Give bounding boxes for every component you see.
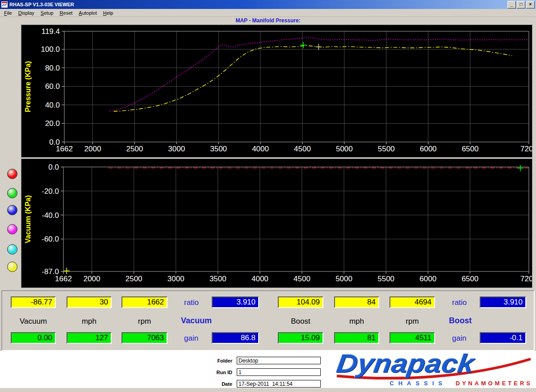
xtick-label: 2500 (126, 275, 142, 283)
channel-button-green[interactable] (7, 188, 17, 198)
xtick-label: 7200 (520, 275, 532, 283)
menu-item-file[interactable]: File (1, 9, 15, 17)
boost-ratio-box: 3.910 (480, 296, 526, 308)
boost-section-label: Boost (449, 316, 472, 325)
ytick-label: -60.0 (42, 235, 59, 243)
boost-gain-label: gain (452, 334, 466, 343)
titlebar[interactable]: RHAS-SP V1.3-03E VIEWER _ □ × (0, 0, 536, 9)
logo-dynamometers-text: DYNAMOMETERS (456, 380, 532, 387)
series-pressure-run2-magenta (109, 38, 529, 111)
xtick-label: 5000 (335, 275, 352, 283)
vacuum-cursor1-rpm-box: 1662 (121, 296, 168, 308)
boost-cursor2-value-box: 15.09 (278, 332, 323, 344)
xtick-label: 6000 (419, 275, 436, 283)
ytick-label: 119.4 (42, 27, 60, 36)
xtick-label: 4500 (293, 275, 310, 283)
xtick-label: 4500 (294, 145, 311, 153)
boost-rpm-label: rpm (389, 317, 435, 326)
window-title: RHAS-SP V1.3-03E VIEWER (9, 2, 507, 7)
ytick-label: 20.0 (45, 119, 60, 128)
vacuum-mph-label: mph (67, 317, 112, 326)
dynapack-logo: Dynapack CHASSIS DYNAMOMETERS (336, 353, 533, 387)
xtick-label: 4000 (251, 275, 268, 283)
menu-item-help[interactable]: Help (100, 9, 117, 17)
xtick-label: 6000 (420, 145, 437, 153)
ytick-label: -40.0 (42, 211, 59, 220)
vacuum-gain-box: 86.8 (212, 332, 259, 344)
vacuum-rpm-label: rpm (121, 317, 168, 326)
menu-item-display[interactable]: Display (15, 9, 38, 17)
channel-button-red[interactable] (7, 169, 17, 179)
channel-button-yellow[interactable] (7, 262, 17, 272)
menu-item-autoplot[interactable]: Autoplot (75, 9, 100, 17)
boost-gain-box: -0.1 (480, 332, 526, 344)
status-bar (0, 388, 536, 392)
pressure-chart[interactable]: 1662200025003000350040004500500055006000… (21, 25, 532, 158)
series-pressure-run1-yellow (113, 46, 512, 112)
runid-input[interactable] (237, 368, 321, 376)
xtick-label: 6500 (461, 275, 478, 283)
cursor-marker (63, 268, 70, 274)
menu-item-reset[interactable]: Reset (57, 9, 76, 17)
boost-cursor1-value-box: 104.09 (278, 296, 323, 308)
channel-button-magenta[interactable] (7, 224, 17, 234)
runid-label: Run ID (205, 370, 232, 375)
ytick-label: 0.0 (49, 138, 60, 146)
channel-button-blue[interactable] (7, 205, 17, 215)
vacuum-section-label: Vacuum (181, 316, 212, 325)
boost-mph-label: mph (334, 317, 379, 326)
chart-title: MAP - Manifold Pressure: (0, 17, 536, 24)
boost-cursor1-mph-box: 84 (334, 296, 379, 308)
vacuum-chart-svg: 1662200025003000350040004500500055006000… (21, 159, 532, 288)
readouts-panel: -86.77 30 1662 ratio 3.910 104.09 84 469… (1, 290, 535, 351)
vacuum-cursor2-rpm-box: 7063 (121, 332, 168, 344)
folder-input[interactable] (237, 357, 321, 364)
vacuum-column-label: Vacuum (11, 317, 56, 326)
folder-label: Folder (205, 358, 232, 363)
xtick-label: 5000 (336, 145, 353, 153)
xtick-label: 2000 (84, 145, 101, 153)
plot-border (63, 167, 529, 271)
maximize-button[interactable]: □ (517, 1, 525, 8)
ytick-label: 100.0 (41, 45, 60, 54)
ytick-label: -87.0 (42, 267, 59, 276)
vacuum-cursor1-mph-box: 30 (67, 296, 112, 308)
xtick-label: 2500 (126, 145, 143, 153)
xtick-label: 3000 (168, 145, 185, 153)
boost-cursor2-mph-box: 81 (334, 332, 379, 344)
ytick-label: 40.0 (45, 101, 60, 109)
y-axis-label: Vacuum (KPa) (24, 195, 32, 243)
boost-cursor2-rpm-box: 4511 (389, 332, 435, 344)
xtick-label: 6500 (462, 145, 479, 153)
ytick-label: 80.0 (45, 64, 60, 72)
app-icon (1, 1, 8, 8)
cursor-marker (300, 42, 306, 48)
channel-button-cyan[interactable] (7, 244, 17, 254)
ytick-label: -20.0 (42, 187, 59, 196)
ytick-label: 60.0 (45, 82, 60, 91)
logo-chassis-text: CHASSIS (389, 380, 447, 387)
ytick-label: 0.0 (48, 163, 59, 171)
xtick-label: 3500 (210, 145, 227, 153)
xtick-label: 3500 (209, 275, 226, 283)
cursor-marker (517, 165, 523, 171)
close-button[interactable]: × (526, 1, 535, 8)
minimize-button[interactable]: _ (507, 1, 516, 8)
boost-cursor1-rpm-box: 4694 (389, 296, 435, 308)
date-input[interactable] (237, 380, 321, 388)
vacuum-cursor2-mph-box: 127 (67, 332, 112, 344)
menu-item-setup[interactable]: Setup (38, 9, 57, 17)
pressure-chart-svg: 1662200025003000350040004500500055006000… (21, 25, 532, 157)
plot-border (64, 31, 529, 142)
vacuum-cursor1-value-box: -86.77 (11, 296, 56, 308)
menubar: FileDisplaySetupResetAutoplotHelp (0, 9, 536, 17)
vacuum-ratio-label: ratio (184, 298, 199, 307)
xtick-label: 3000 (168, 275, 184, 283)
vacuum-ratio-box: 3.910 (212, 296, 259, 308)
vacuum-chart[interactable]: 1662200025003000350040004500500055006000… (21, 158, 532, 288)
xtick-label: 7200 (520, 145, 532, 153)
logo-wordmark: Dynapack (335, 350, 476, 377)
xtick-label: 5500 (377, 275, 394, 283)
boost-ratio-label: ratio (452, 298, 467, 307)
xtick-label: 5500 (378, 145, 395, 153)
